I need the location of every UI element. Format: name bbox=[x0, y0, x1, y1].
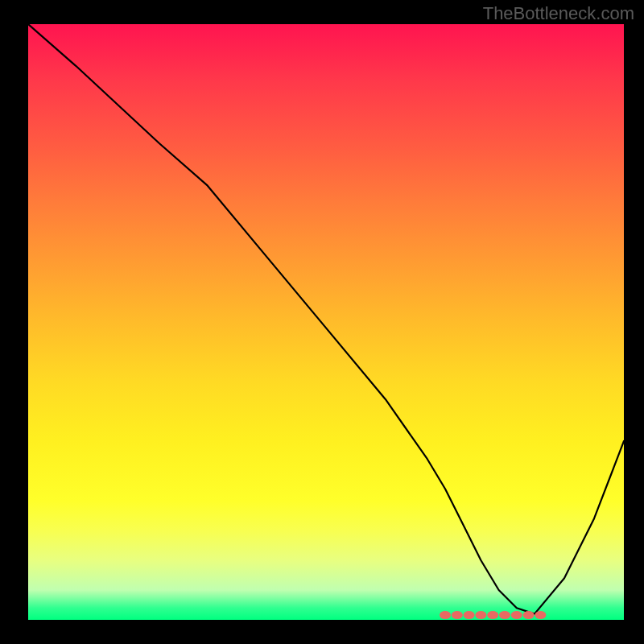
watermark-text: TheBottleneck.com bbox=[483, 3, 634, 24]
marker-group bbox=[440, 611, 546, 619]
optimal-marker bbox=[487, 611, 498, 619]
optimal-marker bbox=[475, 611, 486, 619]
optimal-marker bbox=[511, 611, 522, 619]
curve-path bbox=[28, 24, 624, 614]
chart-plot-area bbox=[28, 24, 624, 620]
optimal-marker bbox=[452, 611, 463, 619]
optimal-marker bbox=[499, 611, 510, 619]
optimal-marker bbox=[464, 611, 475, 619]
bottleneck-curve bbox=[28, 24, 624, 620]
optimal-markers bbox=[28, 24, 624, 620]
optimal-marker bbox=[523, 611, 535, 619]
optimal-marker bbox=[440, 611, 451, 619]
optimal-marker bbox=[535, 611, 546, 619]
